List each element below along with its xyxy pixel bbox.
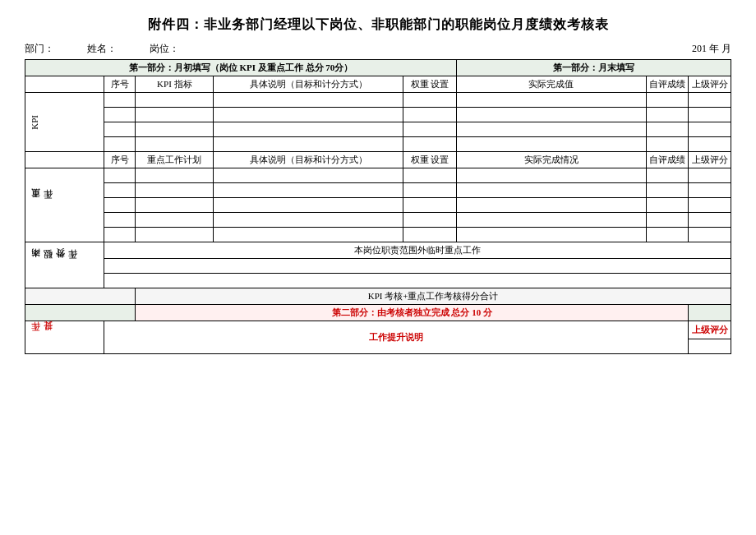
work-col-detail: 具体说明（目标和计分方式） (214, 152, 403, 168)
kpi-col-actual: 实际完成值 (457, 76, 647, 93)
work-self-5 (646, 228, 689, 242)
work-superior-4 (689, 213, 731, 228)
kpi-col-detail: 具体说明（目标和计分方式） (214, 76, 403, 93)
extra-row-2 (25, 274, 731, 288)
work-weight-4 (403, 213, 457, 228)
work-label: 重点工作 (28, 202, 56, 209)
part2-empty (25, 305, 136, 321)
work-weight-2 (403, 183, 457, 198)
work-self-3 (646, 198, 689, 213)
work-detail-4 (214, 213, 403, 228)
kpi-col-weight: 权重 设置 (403, 76, 457, 93)
work-col-weight: 权重 设置 (403, 152, 457, 168)
work-seq-1 (104, 168, 136, 183)
work-col-actual: 实际完成情况 (457, 152, 647, 168)
kpi-weight-1 (403, 93, 457, 108)
work-plan-2 (136, 183, 214, 198)
kpi-row-4 (25, 137, 731, 152)
upgrade-content: 工作提升说明 (104, 321, 689, 354)
work-plan-4 (136, 213, 214, 228)
kpi-superior-1 (689, 93, 731, 108)
work-row-3 (25, 198, 731, 213)
kpi-row-label: KPI (25, 93, 104, 152)
part2-header: 第二部分：由考核者独立完成 总分 10 分 (136, 305, 689, 321)
work-self-2 (646, 183, 689, 198)
work-self-1 (646, 168, 689, 183)
work-weight-5 (403, 228, 457, 242)
work-self-4 (646, 213, 689, 228)
extra-header-content: 本岗位职责范围外临时重点工作 (104, 242, 731, 259)
work-superior-2 (689, 183, 731, 198)
part2-header-row: 第二部分：由考核者独立完成 总分 10 分 (25, 305, 731, 321)
part1-left-header: 第一部分：月初填写（岗位 KPI 及重点工作 总分 70分） (25, 60, 457, 76)
main-table: 第一部分：月初填写（岗位 KPI 及重点工作 总分 70分） 第一部分：月末填写… (25, 59, 731, 354)
work-actual-5 (457, 228, 647, 242)
kpi-superior-3 (689, 122, 731, 137)
work-detail-3 (214, 198, 403, 213)
work-actual-4 (457, 213, 647, 228)
kpi-actual-1 (457, 93, 647, 108)
work-col-plan: 重点工作计划 (136, 152, 214, 168)
work-plan-3 (136, 198, 214, 213)
kpi-self-3 (646, 122, 689, 137)
kpi-col-kpi: KPI 指标 (136, 76, 214, 93)
work-header-empty (25, 152, 104, 168)
work-plan-1 (136, 168, 214, 183)
extra-label: 本岗位职责外工作 (28, 262, 81, 269)
kpi-indicator-1 (136, 93, 214, 108)
kpi-seq-3 (104, 122, 136, 137)
upgrade-label: 工作提升 (28, 334, 56, 341)
kpi-seq-1 (104, 93, 136, 108)
kpi-row-2 (25, 108, 731, 122)
kpi-col-seq: 序号 (104, 76, 136, 93)
page-title: 附件四：非业务部门经理以下岗位、非职能部门的职能岗位月度绩效考核表 (25, 16, 731, 34)
section-header-row: 第一部分：月初填写（岗位 KPI 及重点工作 总分 70分） 第一部分：月末填写 (25, 60, 731, 76)
kpi-weight-2 (403, 108, 457, 122)
work-col-seq: 序号 (104, 152, 136, 168)
kpi-detail-1 (214, 93, 403, 108)
kpi-actual-2 (457, 108, 647, 122)
upgrade-superior-label: 上级评分 (689, 321, 731, 339)
kpi-indicator-4 (136, 137, 214, 152)
kpi-row-3 (25, 122, 731, 137)
kpi-self-4 (646, 137, 689, 152)
kpi-superior-4 (689, 137, 731, 152)
work-superior-3 (689, 198, 731, 213)
upgrade-row: 工作提升 工作提升说明 上级评分 (25, 321, 731, 339)
upgrade-row-label: 工作提升 (25, 321, 104, 354)
name-label: 姓名： (87, 42, 117, 56)
kpi-actual-3 (457, 122, 647, 137)
kpi-self-2 (646, 108, 689, 122)
work-superior-5 (689, 228, 731, 242)
kpi-header-empty (25, 76, 104, 93)
date-label: 201 年 月 (692, 42, 731, 56)
work-actual-2 (457, 183, 647, 198)
work-detail-1 (214, 168, 403, 183)
work-row-5 (25, 228, 731, 242)
work-seq-4 (104, 213, 136, 228)
work-row-1: 重点工作 (25, 168, 731, 183)
sum-empty (25, 288, 136, 305)
kpi-seq-4 (104, 137, 136, 152)
kpi-weight-4 (403, 137, 457, 152)
kpi-col-self: 自评成绩 (646, 76, 689, 93)
part2-superior-label (689, 305, 731, 321)
work-superior-1 (689, 168, 731, 183)
work-weight-1 (403, 168, 457, 183)
work-seq-5 (104, 228, 136, 242)
kpi-indicator-3 (136, 122, 214, 137)
dept-label: 部门： (25, 42, 54, 56)
extra-row-1 (25, 259, 731, 274)
work-weight-3 (403, 198, 457, 213)
extra-header-row: 本岗位职责外工作 本岗位职责范围外临时重点工作 (25, 242, 731, 259)
work-row-label: 重点工作 (25, 168, 104, 242)
sum-label: KPI 考核+重点工作考核得分合计 (136, 288, 731, 305)
kpi-detail-2 (214, 108, 403, 122)
work-col-superior: 上级评分 (689, 152, 731, 168)
kpi-row-1: KPI (25, 93, 731, 108)
kpi-detail-3 (214, 122, 403, 137)
part1-right-header: 第一部分：月末填写 (457, 60, 731, 76)
sum-row: KPI 考核+重点工作考核得分合计 (25, 288, 731, 305)
kpi-superior-2 (689, 108, 731, 122)
work-row-2 (25, 183, 731, 198)
